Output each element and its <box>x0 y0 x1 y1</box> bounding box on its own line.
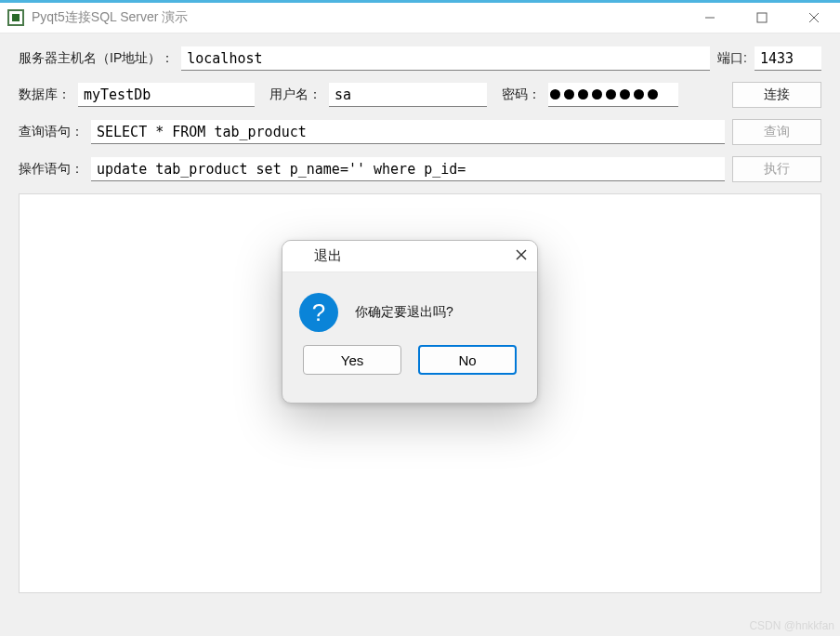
close-button[interactable] <box>788 3 840 33</box>
row-query: 查询语句： 查询 <box>19 119 821 145</box>
host-label: 服务器主机名（IP地址）： <box>19 50 174 67</box>
window-controls <box>684 3 840 33</box>
query-label: 查询语句： <box>19 124 84 140</box>
connect-button[interactable]: 连接 <box>732 82 821 108</box>
user-label: 用户名： <box>269 86 322 103</box>
exec-input[interactable] <box>91 157 725 181</box>
main-window: Pyqt5连接SQL Server 演示 服务器主机名（IP地址）： 端口: 数… <box>0 0 840 636</box>
port-input[interactable] <box>755 46 821 71</box>
dialog-app-icon <box>292 249 307 264</box>
exit-dialog: 退出 ? 你确定要退出吗? Yes No <box>282 240 538 404</box>
exec-button[interactable]: 执行 <box>732 156 821 182</box>
titlebar: Pyqt5连接SQL Server 演示 <box>0 0 840 33</box>
maximize-button[interactable] <box>736 3 788 33</box>
window-title: Pyqt5连接SQL Server 演示 <box>32 9 188 26</box>
dialog-title: 退出 <box>314 247 342 265</box>
watermark: CSDN @hnkkfan <box>749 619 834 632</box>
minimize-button[interactable] <box>684 3 736 33</box>
db-input[interactable] <box>78 83 255 107</box>
no-button[interactable]: No <box>418 345 517 375</box>
question-icon: ? <box>299 293 338 332</box>
dialog-body: ? 你确定要退出吗? <box>282 272 537 345</box>
dialog-buttons: Yes No <box>282 345 537 391</box>
row-host: 服务器主机名（IP地址）： 端口: <box>19 46 821 71</box>
exec-label: 操作语句： <box>19 161 84 178</box>
dialog-titlebar: 退出 <box>282 241 537 272</box>
minimize-icon <box>703 11 716 24</box>
dialog-message: 你确定要退出吗? <box>355 304 453 321</box>
close-icon <box>807 11 820 24</box>
pwd-label: 密码： <box>502 86 541 103</box>
row-exec: 操作语句： 执行 <box>19 156 821 182</box>
pwd-input[interactable] <box>548 83 678 107</box>
query-input[interactable] <box>91 120 725 144</box>
dialog-close-button[interactable] <box>515 248 528 264</box>
db-label: 数据库： <box>19 86 71 103</box>
app-icon <box>7 9 24 26</box>
user-input[interactable] <box>329 83 487 107</box>
row-db: 数据库： 用户名： 密码： 连接 <box>19 82 821 108</box>
maximize-icon <box>755 11 768 24</box>
svg-rect-1 <box>757 13 767 22</box>
port-label: 端口: <box>717 50 747 67</box>
close-icon <box>515 248 528 261</box>
yes-button[interactable]: Yes <box>303 345 401 375</box>
host-input[interactable] <box>181 46 710 71</box>
query-button[interactable]: 查询 <box>732 119 821 145</box>
